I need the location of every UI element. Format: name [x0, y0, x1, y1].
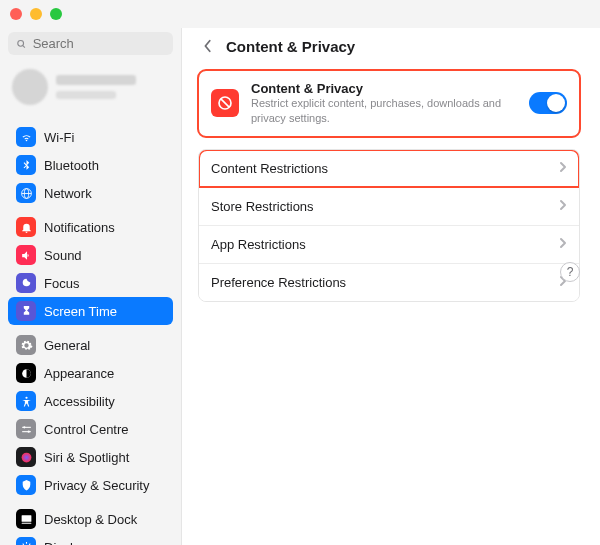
network-icon	[16, 183, 36, 203]
sidebar-item-label: Control Centre	[44, 422, 129, 437]
sidebar-item-label: Screen Time	[44, 304, 117, 319]
accessibility-icon	[16, 391, 36, 411]
sidebar-item-label: Notifications	[44, 220, 115, 235]
sidebar-item-label: Privacy & Security	[44, 478, 149, 493]
svg-point-11	[21, 452, 31, 462]
search-input[interactable]	[33, 36, 165, 51]
sidebar-item-wi-fi[interactable]: Wi-Fi	[8, 123, 173, 151]
sidebar-item-notifications[interactable]: Notifications	[8, 213, 173, 241]
chevron-right-icon	[559, 161, 567, 176]
avatar	[12, 69, 48, 105]
sidebar-item-privacy-security[interactable]: Privacy & Security	[8, 471, 173, 499]
sidebar-item-focus[interactable]: Focus	[8, 269, 173, 297]
account-block[interactable]	[8, 63, 173, 117]
back-button[interactable]	[198, 36, 218, 56]
traffic-lights	[10, 8, 62, 20]
sidebar-item-label: Network	[44, 186, 92, 201]
row-label: Preference Restrictions	[211, 275, 346, 290]
appearance-icon	[16, 363, 36, 383]
sidebar-item-label: Displays	[44, 540, 93, 546]
svg-line-1	[23, 45, 25, 47]
chevron-left-icon	[203, 39, 213, 53]
sidebar-item-displays[interactable]: Displays	[8, 533, 173, 545]
desktop-icon	[16, 509, 36, 529]
row-preference-restrictions[interactable]: Preference Restrictions	[199, 263, 579, 301]
sidebar-item-bluetooth[interactable]: Bluetooth	[8, 151, 173, 179]
search-icon	[16, 38, 27, 50]
sidebar-item-screen-time[interactable]: Screen Time	[8, 297, 173, 325]
panel-description: Restrict explicit content, purchases, do…	[251, 96, 517, 126]
search-field[interactable]	[8, 32, 173, 55]
row-label: App Restrictions	[211, 237, 306, 252]
displays-icon	[16, 537, 36, 545]
gear-icon	[16, 335, 36, 355]
content-privacy-toggle[interactable]	[529, 92, 567, 114]
sidebar-item-siri-spotlight[interactable]: Siri & Spotlight	[8, 443, 173, 471]
content-privacy-icon	[211, 89, 239, 117]
sidebar-item-label: Sound	[44, 248, 82, 263]
sidebar-item-label: Focus	[44, 276, 79, 291]
chevron-right-icon	[559, 237, 567, 252]
sidebar-item-desktop-dock[interactable]: Desktop & Dock	[8, 505, 173, 533]
row-label: Store Restrictions	[211, 199, 314, 214]
sidebar-item-appearance[interactable]: Appearance	[8, 359, 173, 387]
sidebar-item-accessibility[interactable]: Accessibility	[8, 387, 173, 415]
sidebar-item-label: Wi-Fi	[44, 130, 74, 145]
account-name	[56, 75, 136, 99]
svg-point-0	[18, 40, 24, 46]
svg-rect-13	[21, 522, 31, 523]
minimize-window-button[interactable]	[30, 8, 42, 20]
sidebar-item-label: General	[44, 338, 90, 353]
sidebar-item-sound[interactable]: Sound	[8, 241, 173, 269]
row-label: Content Restrictions	[211, 161, 328, 176]
svg-point-6	[25, 396, 27, 398]
help-button[interactable]: ?	[560, 262, 580, 282]
restrictions-list: Content RestrictionsStore RestrictionsAp…	[198, 149, 580, 302]
sidebar: Wi-FiBluetoothNetwork NotificationsSound…	[0, 28, 182, 545]
row-app-restrictions[interactable]: App Restrictions	[199, 225, 579, 263]
wifi-icon	[16, 127, 36, 147]
sidebar-item-label: Siri & Spotlight	[44, 450, 129, 465]
sidebar-item-network[interactable]: Network	[8, 179, 173, 207]
svg-rect-12	[21, 515, 31, 522]
focus-icon	[16, 273, 36, 293]
hand-icon	[16, 475, 36, 495]
sidebar-item-label: Bluetooth	[44, 158, 99, 173]
svg-line-18	[221, 99, 229, 107]
header: Content & Privacy	[198, 36, 580, 56]
sidebar-item-control-centre[interactable]: Control Centre	[8, 415, 173, 443]
maximize-window-button[interactable]	[50, 8, 62, 20]
bell-icon	[16, 217, 36, 237]
row-content-restrictions[interactable]: Content Restrictions	[199, 150, 579, 187]
panel-title: Content & Privacy	[251, 81, 517, 96]
page-title: Content & Privacy	[226, 38, 355, 55]
row-store-restrictions[interactable]: Store Restrictions	[199, 187, 579, 225]
hourglass-icon	[16, 301, 36, 321]
window-titlebar	[0, 0, 600, 28]
sidebar-item-label: Appearance	[44, 366, 114, 381]
siri-icon	[16, 447, 36, 467]
bluetooth-icon	[16, 155, 36, 175]
sidebar-item-general[interactable]: General	[8, 331, 173, 359]
sound-icon	[16, 245, 36, 265]
content-privacy-panel: Content & Privacy Restrict explicit cont…	[198, 70, 580, 137]
controls-icon	[16, 419, 36, 439]
close-window-button[interactable]	[10, 8, 22, 20]
sidebar-item-label: Accessibility	[44, 394, 115, 409]
sidebar-item-label: Desktop & Dock	[44, 512, 137, 527]
chevron-right-icon	[559, 199, 567, 214]
content-pane: Content & Privacy Content & Privacy Rest…	[182, 28, 600, 545]
